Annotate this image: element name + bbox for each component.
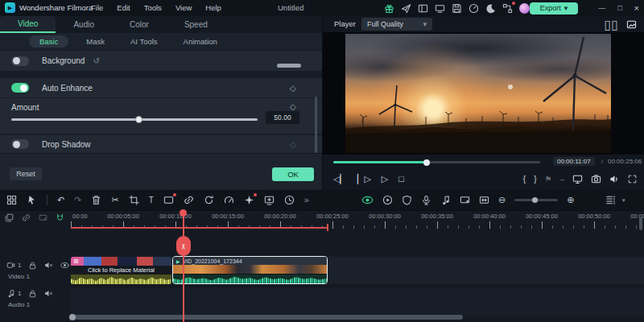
split-view-icon[interactable]: ▯▯ <box>604 17 618 32</box>
amount-slider[interactable] <box>11 118 258 121</box>
maximize-button[interactable]: □ <box>617 0 621 16</box>
reset-button[interactable]: Reset <box>10 167 42 180</box>
playhead-line[interactable] <box>183 211 184 322</box>
manage-tracks-icon[interactable] <box>5 213 14 222</box>
panel-scrollbar[interactable] <box>315 97 317 153</box>
menu-file[interactable]: File <box>91 0 103 16</box>
previous-frame-button[interactable]: ◁▏ <box>333 174 347 184</box>
image-adjust-icon[interactable] <box>626 19 637 30</box>
quick-split-button[interactable]: ✂ <box>176 236 191 256</box>
play-button[interactable]: ▷ <box>382 174 388 184</box>
visibility-eye-icon[interactable] <box>60 261 69 270</box>
more-tools-chevron[interactable]: » <box>304 196 309 204</box>
zoom-slider-thumb[interactable] <box>532 197 538 203</box>
text-tool-icon[interactable]: T <box>149 196 154 204</box>
select-cursor-icon[interactable] <box>27 195 37 205</box>
display-device-icon[interactable] <box>572 174 583 184</box>
delete-trash-icon[interactable] <box>91 195 101 205</box>
drop-shadow-toggle[interactable] <box>11 139 29 149</box>
keyframe-screen-icon[interactable] <box>264 195 275 205</box>
ok-button[interactable]: OK <box>272 167 314 181</box>
scroll-thumb-fragment[interactable] <box>277 64 301 68</box>
menu-view[interactable]: View <box>175 0 192 16</box>
timeline-vertical-scrollbar[interactable] <box>639 217 642 230</box>
render-clock-icon[interactable] <box>284 195 295 205</box>
zoom-out-button[interactable]: ⊖ <box>498 196 506 204</box>
minimize-button[interactable]: — <box>598 0 605 16</box>
redo-button[interactable]: ↷ <box>74 196 81 204</box>
magnet-snap-icon[interactable] <box>56 213 64 222</box>
next-frame-button[interactable]: ▏▷ <box>357 174 371 184</box>
undo-button[interactable]: ↶ <box>57 196 64 204</box>
seek-bar[interactable] <box>333 161 540 163</box>
snapshot-camera-icon[interactable] <box>591 174 601 184</box>
video-clip-selected[interactable]: ▶ VID_20221004_172344 <box>172 256 328 284</box>
export-button[interactable]: Export ▾ <box>530 2 578 14</box>
mask-tool-icon[interactable] <box>163 195 174 205</box>
playhead-handle[interactable] <box>180 209 187 217</box>
screen-capture-icon[interactable] <box>460 195 470 205</box>
lock-icon[interactable] <box>28 289 37 298</box>
shortcuts-icon[interactable] <box>502 3 513 14</box>
subtab-animation[interactable]: Animation <box>175 35 225 47</box>
dark-mode-icon[interactable] <box>485 3 496 14</box>
amount-keyframe-icon[interactable]: ◇ <box>290 102 296 111</box>
track-height-chevron[interactable]: ▾ <box>622 197 625 204</box>
amount-value-input[interactable]: 50.00 <box>266 111 299 124</box>
menu-tools[interactable]: Tools <box>144 0 162 16</box>
media-grid-icon[interactable] <box>6 195 17 205</box>
speed-gauge-icon[interactable] <box>224 195 234 205</box>
share-icon[interactable] <box>401 3 411 14</box>
menu-help[interactable]: Help <box>205 0 221 16</box>
video-preview[interactable] <box>345 34 611 153</box>
crop-icon[interactable] <box>129 195 139 205</box>
split-scissors-icon[interactable]: ✂ <box>111 196 118 204</box>
autoplay-icon[interactable] <box>382 195 393 205</box>
workspace-layout-icon[interactable] <box>418 3 428 14</box>
track-height-icon[interactable] <box>605 195 616 205</box>
preview-quality-eye-icon[interactable] <box>361 194 374 206</box>
mark-in-button[interactable]: { <box>523 175 526 184</box>
copyright-shield-icon[interactable] <box>402 195 412 205</box>
tab-speed[interactable]: Speed <box>167 16 225 33</box>
mark-out-button[interactable]: } <box>534 175 536 184</box>
timeline-horizontal-scrollbar[interactable] <box>71 315 463 320</box>
save-icon[interactable] <box>452 3 462 14</box>
tab-video[interactable]: Video <box>0 16 56 33</box>
fullscreen-icon[interactable] <box>628 175 637 184</box>
subtab-basic[interactable]: Basic <box>29 35 68 47</box>
rotate-icon[interactable] <box>204 195 214 205</box>
menu-edit[interactable]: Edit <box>117 0 130 16</box>
amount-slider-thumb[interactable] <box>135 116 142 123</box>
timeline-zoom-slider[interactable] <box>514 199 558 201</box>
account-avatar[interactable] <box>519 3 530 14</box>
subtab-mask[interactable]: Mask <box>78 35 113 47</box>
tab-color[interactable]: Color <box>112 16 167 33</box>
marker-flag-icon[interactable]: ⚑ <box>544 175 551 184</box>
seek-thumb[interactable] <box>423 159 430 166</box>
volume-speaker-icon[interactable] <box>609 174 620 184</box>
background-toggle[interactable] <box>11 56 29 66</box>
stop-button[interactable]: □ <box>398 174 404 184</box>
screen-record-icon[interactable] <box>435 3 445 14</box>
quality-dropdown[interactable]: Full Quality ▾ <box>361 18 432 31</box>
fit-timeline-icon[interactable] <box>479 195 489 205</box>
gift-icon[interactable] <box>384 3 394 14</box>
zoom-in-button[interactable]: ⊕ <box>567 196 574 204</box>
mute-speaker-icon[interactable] <box>44 289 53 298</box>
placeholder-clip[interactable]: ⊞ Click to Replace Material <box>71 257 171 284</box>
performance-icon[interactable] <box>469 3 479 14</box>
auto-enhance-keyframe-icon[interactable]: ◇ <box>290 84 296 93</box>
voiceover-mic-icon[interactable] <box>421 195 431 205</box>
ai-tools-icon[interactable] <box>244 195 254 205</box>
auto-enhance-toggle[interactable] <box>11 83 29 93</box>
background-reset-icon[interactable]: ↺ <box>93 56 99 65</box>
mute-speaker-icon[interactable] <box>44 261 53 270</box>
tab-audio[interactable]: Audio <box>56 16 112 33</box>
drop-shadow-keyframe-icon[interactable]: ◇ <box>290 140 296 149</box>
lock-icon[interactable] <box>28 261 37 270</box>
close-button[interactable]: × <box>634 0 639 16</box>
link-clips-icon[interactable] <box>22 213 31 222</box>
chroma-link-icon[interactable] <box>184 195 194 205</box>
keyframe-box-icon[interactable] <box>39 213 47 222</box>
